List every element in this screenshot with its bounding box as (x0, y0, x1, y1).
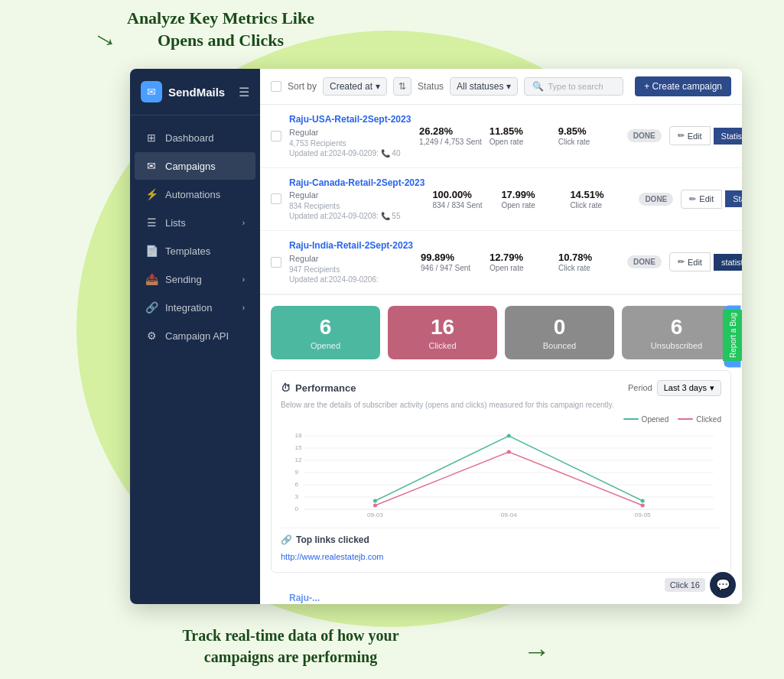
campaign-2-info: Raju-Canada-Retail-2Sept-2023 Regular 83… (289, 177, 425, 222)
status-label: Status (418, 81, 444, 92)
svg-text:18: 18 (295, 432, 303, 439)
clicked-card: 16 Clicked (388, 306, 497, 359)
performance-description: Below are the details of subscriber acti… (281, 401, 721, 409)
campaign-1-click-rate: 9.85% Click rate (558, 125, 620, 146)
status-filter-button[interactable]: All statuses ▾ (450, 77, 518, 96)
sidebar-item-automations[interactable]: ⚡ Automations (135, 180, 255, 208)
campaign-1-edit-button[interactable]: ✏ Edit (669, 126, 711, 145)
click-badge: Click 16 (665, 578, 705, 592)
sidebar-logo: ✉ SendMails ☰ (130, 69, 260, 115)
chat-button[interactable]: 💬 (710, 572, 736, 598)
svg-point-17 (373, 499, 377, 502)
campaign-3-actions: ✏ Edit statistics ▾ (669, 252, 742, 271)
statistics-panel: 6 Opened 16 Clicked 0 Bounced 6 Unsubscr… (260, 294, 742, 583)
campaign-2-statistics-button[interactable]: Statistics (725, 190, 742, 207)
campaign-4-name[interactable]: Raju-... (289, 593, 412, 604)
campaign-2-edit-button[interactable]: ✏ Edit (681, 190, 722, 209)
campaign-1-actions: ✏ Edit Statistics ▾ (669, 126, 742, 145)
campaign-3-name[interactable]: Raju-India-Retail-2Sept-2023 (289, 240, 413, 252)
campaign-row: Raju-USA-Retail-2Sept-2023 Regular 4,753… (260, 105, 742, 168)
unsub-count: 6 (631, 315, 722, 340)
campaign-1-open-rate: 11.85% Open rate (490, 125, 551, 146)
campaign-1-status: DONE (627, 129, 662, 142)
svg-text:09-04: 09-04 (501, 512, 518, 518)
campaign-1-delivery: 26.28% 1,249 / 4,753 Sent (419, 125, 482, 146)
campaign-1-checkbox[interactable] (271, 131, 281, 141)
sidebar-item-sending[interactable]: 📤 Sending › (135, 265, 255, 293)
chart-area: 18 15 12 9 6 3 0 (281, 428, 721, 520)
bounced-label: Bounced (514, 341, 605, 350)
sidebar: ✉ SendMails ☰ ⊞ Dashboard ✉ Campaigns ⚡ … (130, 69, 260, 604)
campaign-row: Raju-India-Retail-2Sept-2023 Regular 947… (260, 231, 742, 294)
svg-text:9: 9 (295, 469, 299, 476)
create-campaign-button[interactable]: + Create campaign (635, 76, 731, 96)
campaign-3-statistics-button[interactable]: statistics (714, 254, 742, 271)
bounced-card: 0 Bounced (505, 306, 614, 359)
edit-pencil-icon: ✏ (678, 131, 685, 141)
filter-button[interactable]: ⇅ (393, 77, 412, 96)
automations-icon: ⚡ (145, 188, 158, 200)
search-box: 🔍 Type to search (524, 77, 623, 96)
sidebar-item-campaigns[interactable]: ✉ Campaigns (135, 152, 255, 180)
campaign-2-click-rate: 14.51% Click rate (570, 189, 631, 210)
svg-point-20 (373, 503, 377, 507)
top-annotation-text: Analyze Key Metrics Like Opens and Click… (127, 8, 314, 51)
link-icon: 🔗 (281, 534, 292, 545)
period-dropdown-icon: ▾ (710, 383, 714, 393)
campaign-2-name[interactable]: Raju-Canada-Retail-2Sept-2023 (289, 177, 425, 190)
opened-label: Opened (280, 341, 371, 350)
sidebar-item-integration[interactable]: 🔗 Integration › (135, 294, 255, 321)
campaign-2-open-rate: 17.99% Open rate (501, 189, 562, 210)
stats-cards-row: 6 Opened 16 Clicked 0 Bounced 6 Unsubscr… (271, 306, 731, 359)
performance-chart: 18 15 12 9 6 3 0 (281, 428, 721, 520)
menu-toggle-icon[interactable]: ☰ (239, 85, 249, 99)
svg-point-18 (507, 434, 511, 437)
performance-header: ⏱ Performance Period Last 3 days ▾ (281, 380, 721, 396)
main-content: Admin Area Report a Bug Sort by Created … (260, 69, 742, 604)
campaign-1-info: Raju-USA-Retail-2Sept-2023 Regular 4,753… (289, 114, 412, 158)
campaign-2-delivery: 100.00% 834 / 834 Sent (432, 189, 493, 210)
top-annotation: → Analyze Key Metrics Like Opens and Cli… (153, 8, 314, 51)
sidebar-nav: ⊞ Dashboard ✉ Campaigns ⚡ Automations ☰ … (130, 115, 260, 604)
logo-text: SendMails (168, 86, 225, 99)
chart-legend: Opened Clicked (281, 415, 721, 424)
period-button[interactable]: Last 3 days ▾ (657, 380, 721, 396)
lists-arrow-icon: › (242, 219, 245, 227)
campaign-3-checkbox[interactable] (271, 257, 281, 268)
campaign-3-info: Raju-India-Retail-2Sept-2023 Regular 947… (289, 240, 413, 284)
svg-text:15: 15 (295, 444, 303, 451)
select-all-checkbox[interactable] (271, 81, 281, 92)
sidebar-item-lists[interactable]: ☰ Lists › (135, 209, 255, 236)
status-dropdown-icon: ▾ (506, 81, 511, 92)
clicked-label: Clicked (397, 341, 488, 350)
sidebar-item-dashboard[interactable]: ⊞ Dashboard (135, 124, 255, 151)
legend-clicked: Clicked (678, 415, 721, 424)
edit-pencil-icon-2: ✏ (689, 194, 696, 204)
templates-icon: 📄 (145, 245, 158, 257)
top-link-url[interactable]: http://www.realestatejb.com (281, 552, 384, 561)
sort-dropdown-icon: ▾ (376, 81, 380, 92)
svg-text:0: 0 (295, 505, 299, 512)
svg-point-21 (507, 450, 511, 453)
bounced-count: 0 (514, 315, 605, 340)
svg-text:09-05: 09-05 (635, 512, 652, 518)
integration-arrow-icon: › (242, 304, 245, 312)
sort-button[interactable]: Created at ▾ (323, 77, 387, 96)
clock-icon: ⏱ (281, 382, 291, 394)
edit-pencil-icon-3: ✏ (678, 257, 685, 267)
svg-text:3: 3 (295, 493, 299, 500)
sort-label: Sort by (288, 81, 317, 92)
campaign-2-checkbox[interactable] (271, 193, 281, 204)
campaign-1-statistics-button[interactable]: Statistics (714, 128, 742, 145)
api-icon: ⚙ (145, 330, 158, 342)
toolbar: Sort by Created at ▾ ⇅ Status All status… (260, 69, 742, 105)
svg-text:12: 12 (295, 456, 303, 463)
campaign-1-name[interactable]: Raju-USA-Retail-2Sept-2023 (289, 114, 412, 126)
campaign-3-edit-button[interactable]: ✏ Edit (669, 252, 711, 271)
report-bug-button[interactable]: Report a Bug (723, 310, 742, 361)
campaign-list: Raju-USA-Retail-2Sept-2023 Regular 4,753… (260, 105, 742, 604)
sidebar-item-campaign-api[interactable]: ⚙ Campaign API (135, 322, 255, 349)
bottom-annotation: Track real-time data of how your campaig… (61, 625, 520, 668)
top-links-title: 🔗 Top links clicked (281, 534, 721, 545)
sidebar-item-templates[interactable]: 📄 Templates (135, 237, 255, 265)
